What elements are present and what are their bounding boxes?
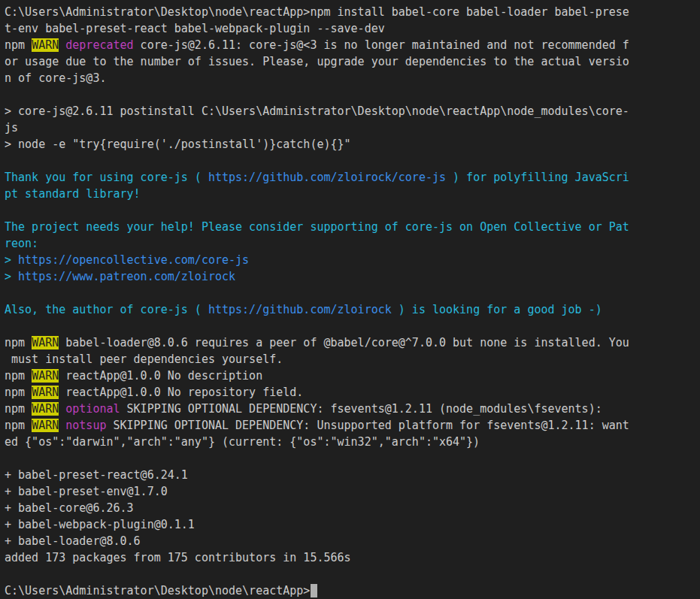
- terminal-prompt-line[interactable]: C:\Users\Administrator\Desktop\node\reac…: [5, 582, 700, 599]
- terminal-line: + babel-core@6.26.3: [5, 500, 700, 516]
- terminal-text: C:\Users\Administrator\Desktop\node\reac…: [5, 584, 310, 597]
- warn-type-label: optional: [65, 402, 120, 416]
- notice-text: Also, the author of core-js (: [5, 303, 208, 316]
- terminal-text: core-js@2.6.11: core-js@<3 is no longer …: [134, 38, 629, 52]
- terminal-text: SKIPPING OPTIONAL DEPENDENCY: Unsupporte…: [106, 419, 629, 432]
- terminal-link[interactable]: https://www.patreon.com/zloirock: [18, 270, 235, 283]
- terminal-line: [5, 202, 700, 219]
- terminal-text: [59, 38, 65, 52]
- terminal-line: npm WARN notsup SKIPPING OPTIONAL DEPEND…: [5, 417, 700, 434]
- terminal-line: npm WARN optional SKIPPING OPTIONAL DEPE…: [5, 401, 700, 417]
- terminal-line: + babel-webpack-plugin@0.1.1: [5, 516, 700, 533]
- terminal-line: t-env babel-preset-react babel-webpack-p…: [5, 20, 700, 37]
- terminal-text: + babel-loader@8.0.6: [5, 534, 141, 548]
- terminal-text: npm: [5, 38, 32, 52]
- terminal-line: ed {"os":"darwin","arch":"any"} (current…: [5, 434, 700, 450]
- terminal-text: reactApp@1.0.0 No description: [59, 369, 262, 383]
- terminal-text: C:\Users\Administrator\Desktop\node\reac…: [5, 5, 629, 19]
- terminal-line: > node -e "try{require('./postinstall')}…: [5, 136, 700, 153]
- terminal-output[interactable]: C:\Users\Administrator\Desktop\node\reac…: [0, 0, 700, 599]
- notice-text: Thank you for using core-js (: [5, 171, 208, 184]
- terminal-text: npm: [5, 402, 32, 416]
- warn-badge: WARN: [32, 38, 59, 52]
- terminal-text: babel-loader@8.0.6 requires a peer of @b…: [59, 336, 629, 349]
- terminal-line: [5, 318, 700, 334]
- terminal-cursor: [311, 584, 317, 597]
- terminal-line: [5, 153, 700, 169]
- terminal-text: npm: [5, 336, 32, 349]
- warn-badge: WARN: [32, 402, 59, 416]
- notice-text: ) is looking for a good job -): [392, 303, 602, 316]
- terminal-text: js: [5, 121, 18, 135]
- terminal-line: + babel-loader@8.0.6: [5, 533, 700, 549]
- terminal-line: npm WARN babel-loader@8.0.6 requires a p…: [5, 334, 700, 351]
- terminal-line: > https://opencollective.com/core-js: [5, 252, 700, 268]
- terminal-text: npm: [5, 369, 32, 383]
- terminal-text: + babel-preset-react@6.24.1: [5, 468, 188, 482]
- terminal-text: > node -e "try{require('./postinstall')}…: [5, 138, 351, 151]
- terminal-line: + babel-preset-react@6.24.1: [5, 467, 700, 483]
- terminal-line: or usage due to the number of issues. Pl…: [5, 53, 700, 70]
- terminal-line: must install peer dependencies yourself.: [5, 351, 700, 368]
- terminal-line: > https://www.patreon.com/zloirock: [5, 268, 700, 285]
- warn-badge: WARN: [32, 336, 59, 349]
- terminal-text: + babel-preset-env@1.7.0: [5, 485, 168, 498]
- terminal-line: [5, 566, 700, 582]
- terminal-text: [59, 402, 65, 416]
- warn-badge: WARN: [32, 419, 59, 432]
- terminal-text: + babel-core@6.26.3: [5, 501, 134, 515]
- terminal-line: n of core-js@3.: [5, 70, 700, 86]
- terminal-line: added 173 packages from 175 contributors…: [5, 549, 700, 566]
- terminal-text: n of core-js@3.: [5, 71, 106, 85]
- terminal-line: C:\Users\Administrator\Desktop\node\reac…: [5, 4, 700, 20]
- notice-text: The project needs your help! Please cons…: [5, 220, 629, 234]
- notice-text: >: [5, 253, 18, 267]
- terminal-text: npm: [5, 419, 32, 432]
- terminal-text: must install peer dependencies yourself.: [5, 352, 283, 366]
- terminal-text: t-env babel-preset-react babel-webpack-p…: [5, 22, 385, 35]
- terminal-line: pt standard library!: [5, 186, 700, 202]
- terminal-line: [5, 450, 700, 467]
- terminal-line: reon:: [5, 235, 700, 252]
- warn-badge: WARN: [32, 386, 59, 399]
- terminal-line: > core-js@2.6.11 postinstall C:\Users\Ad…: [5, 103, 700, 119]
- terminal-text: SKIPPING OPTIONAL DEPENDENCY: fsevents@1…: [120, 402, 602, 416]
- terminal-text: or usage due to the number of issues. Pl…: [5, 55, 629, 68]
- terminal-line: npm WARN deprecated core-js@2.6.11: core…: [5, 37, 700, 53]
- terminal-line: The project needs your help! Please cons…: [5, 219, 700, 235]
- terminal-line: [5, 86, 700, 103]
- terminal-line: Thank you for using core-js ( https://gi…: [5, 169, 700, 186]
- terminal-link[interactable]: https://github.com/zloirock: [208, 303, 392, 316]
- warn-type-label: notsup: [65, 419, 106, 432]
- terminal-text: [59, 419, 65, 432]
- notice-text: pt standard library!: [5, 187, 141, 201]
- notice-text: >: [5, 270, 18, 283]
- terminal-line: Also, the author of core-js ( https://gi…: [5, 301, 700, 318]
- terminal-line: npm WARN reactApp@1.0.0 No description: [5, 368, 700, 384]
- terminal-link[interactable]: https://opencollective.com/core-js: [18, 253, 249, 267]
- terminal-link[interactable]: https://github.com/zloirock/core-js: [208, 171, 446, 184]
- warn-type-label: deprecated: [65, 38, 133, 52]
- terminal-line: js: [5, 119, 700, 136]
- terminal-line: npm WARN reactApp@1.0.0 No repository fi…: [5, 384, 700, 401]
- terminal-text: npm: [5, 386, 32, 399]
- terminal-text: reactApp@1.0.0 No repository field.: [59, 386, 303, 399]
- warn-badge: WARN: [32, 369, 59, 383]
- terminal-text: added 173 packages from 175 contributors…: [5, 551, 351, 564]
- terminal-text: + babel-webpack-plugin@0.1.1: [5, 518, 195, 531]
- notice-text: reon:: [5, 237, 38, 250]
- notice-text: ) for polyfilling JavaScri: [446, 171, 629, 184]
- terminal-text: ed {"os":"darwin","arch":"any"} (current…: [5, 435, 480, 449]
- terminal-line: + babel-preset-env@1.7.0: [5, 483, 700, 500]
- terminal-text: > core-js@2.6.11 postinstall C:\Users\Ad…: [5, 104, 629, 118]
- terminal-line: [5, 285, 700, 301]
